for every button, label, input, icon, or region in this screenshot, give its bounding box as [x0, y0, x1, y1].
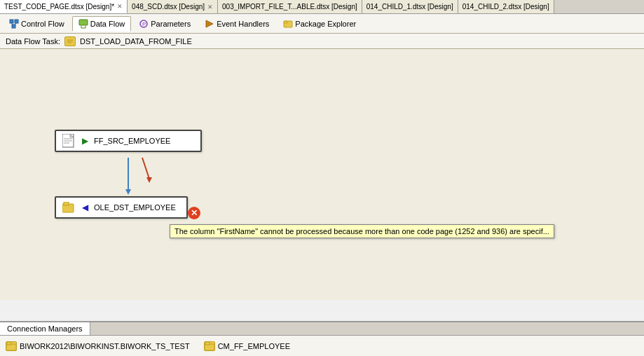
task-icon [64, 36, 76, 46]
control-flow-icon [9, 19, 19, 29]
task-name: DST_LOAD_DATA_FROM_FILE [80, 37, 192, 46]
tab-048-scd[interactable]: 048_SCD.dtsx [Design] ✕ [128, 0, 218, 13]
parameters-icon: P [139, 19, 149, 29]
dest-blue-arrow: ◀ [80, 203, 90, 212]
tab-connection-managers[interactable]: Connection Managers [0, 322, 90, 335]
tab-003-import[interactable]: 003_IMPORT_FILE_T...ABLE.dtsx [Design] [218, 0, 362, 13]
control-flow-label: Control Flow [21, 20, 64, 28]
parameters-label: Parameters [151, 20, 191, 28]
tab-label: TEST_CODE_PAGE.dtsx [Design]* [4, 3, 114, 11]
canvas-svg [0, 49, 644, 300]
svg-rect-32 [205, 342, 210, 345]
source-node-icon [62, 134, 76, 148]
svg-line-20 [142, 158, 149, 179]
svg-marker-11 [206, 20, 213, 27]
tab-data-flow[interactable]: Data Flow [72, 16, 132, 32]
dest-node[interactable]: ◀ OLE_DST_EMPLOYEE [55, 196, 188, 219]
svg-rect-1 [15, 20, 18, 23]
task-bar-label: Data Flow Task: [6, 37, 60, 46]
nav-toolbar: Control Flow Data Flow P Parameters [0, 14, 644, 34]
svg-rect-28 [64, 202, 69, 205]
svg-rect-0 [10, 20, 13, 23]
close-icon[interactable]: ✕ [207, 4, 213, 11]
event-handlers-icon [205, 19, 214, 29]
dest-node-label: OLE_DST_EMPLOYEE [94, 203, 176, 212]
task-bar: Data Flow Task: DST_LOAD_DATA_FROM_FILE [0, 34, 644, 49]
svg-marker-19 [125, 189, 131, 195]
error-tooltip: The column "FirstName" cannot be process… [170, 224, 554, 238]
cm-folder-icon-1 [6, 341, 17, 351]
tooltip-text: The column "FirstName" cannot be process… [174, 227, 549, 235]
source-node-label: FF_SRC_EMPLOYEE [94, 137, 170, 145]
tab-package-explorer[interactable]: Package Explorer [277, 16, 362, 32]
connection-managers-tab-label: Connection Managers [7, 324, 83, 333]
svg-rect-5 [79, 20, 88, 25]
tab-event-handlers[interactable]: Event Handlers [198, 16, 275, 32]
tab-014-child2[interactable]: 014_CHILD_2.dtsx [Design] [458, 0, 554, 13]
tab-label: 014_CHILD_2.dtsx [Design] [463, 3, 549, 11]
close-icon[interactable]: ✕ [117, 3, 123, 10]
tab-test-code-page[interactable]: TEST_CODE_PAGE.dtsx [Design]* ✕ [0, 0, 128, 13]
cm-item-2[interactable]: CM_FF_EMPLOYEE [204, 341, 290, 351]
event-handlers-label: Event Handlers [217, 20, 269, 28]
bottom-panel: Connection Managers BIWORK2012\BIWORKINS… [0, 321, 644, 356]
tab-014-child1[interactable]: 014_CHILD_1.dtsx [Design] [362, 0, 458, 13]
design-canvas[interactable]: ▶ FF_SRC_EMPLOYEE ◀ OLE_DST_EMPLOYEE ✕ T… [0, 49, 644, 300]
tab-control-flow[interactable]: Control Flow [3, 16, 71, 32]
svg-rect-13 [284, 21, 287, 23]
source-green-arrow: ▶ [80, 136, 90, 146]
error-icon: ✕ [188, 207, 200, 219]
data-flow-label: Data Flow [90, 20, 125, 28]
tab-label: 048_SCD.dtsx [Design] [132, 3, 205, 11]
package-explorer-icon [283, 19, 293, 29]
package-explorer-label: Package Explorer [295, 20, 356, 28]
svg-rect-30 [7, 342, 11, 345]
tab-parameters[interactable]: P Parameters [132, 16, 197, 32]
svg-text:P: P [142, 21, 146, 27]
cm-label-1: BIWORK2012\BIWORKINST.BIWORK_TS_TEST [20, 342, 190, 350]
cm-label-2: CM_FF_EMPLOYEE [218, 342, 290, 350]
svg-marker-21 [146, 177, 152, 183]
tab-label: 003_IMPORT_FILE_T...ABLE.dtsx [Design] [222, 3, 357, 11]
source-node[interactable]: ▶ FF_SRC_EMPLOYEE [55, 130, 202, 152]
dest-node-icon [62, 200, 76, 214]
bottom-tab-bar: Connection Managers [0, 322, 644, 336]
data-flow-icon [78, 19, 88, 29]
cm-folder-icon-2 [204, 341, 215, 351]
cm-item-1[interactable]: BIWORK2012\BIWORKINST.BIWORK_TS_TEST [6, 341, 190, 351]
file-tab-bar: TEST_CODE_PAGE.dtsx [Design]* ✕ 048_SCD.… [0, 0, 644, 14]
tab-label: 014_CHILD_1.dtsx [Design] [366, 3, 453, 11]
connection-managers-content: BIWORK2012\BIWORKINST.BIWORK_TS_TEST CM_… [0, 336, 644, 356]
